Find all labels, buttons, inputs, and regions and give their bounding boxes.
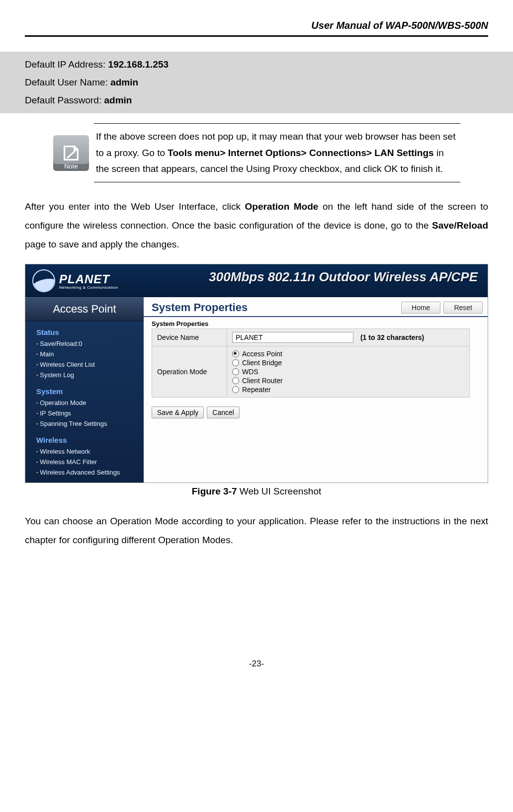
- sidebar-item-wireless-client-list[interactable]: Wireless Client List: [25, 359, 144, 370]
- device-name-hint: (1 to 32 characters): [360, 333, 424, 341]
- product-banner: 300Mbps 802.11n Outdoor Wireless AP/CPE: [209, 269, 478, 285]
- panel-title: System Properties: [152, 301, 248, 314]
- defaults-box: Default IP Address: 192.168.1.253 Defaul…: [0, 52, 513, 113]
- figure-label: Figure 3-7: [192, 486, 237, 496]
- web-ui-screenshot: PLANET Networking & Communication 300Mbp…: [25, 264, 488, 483]
- sidebar-item-ip-settings[interactable]: IP Settings: [25, 408, 144, 418]
- sidebar-group-system: System: [25, 380, 144, 398]
- system-properties-table: Device Name PLANET (1 to 32 characters) …: [152, 328, 470, 398]
- section-system-properties: System Properties: [144, 317, 488, 328]
- radio-client-bridge[interactable]: [232, 359, 239, 366]
- main-panel: System Properties Home Reset System Prop…: [144, 297, 488, 483]
- planet-logo-icon: [32, 269, 55, 292]
- sidebar-item-save-reload[interactable]: Save/Reload:0: [25, 338, 144, 349]
- sidebar-group-status: Status: [25, 321, 144, 338]
- screenshot-top-banner: PLANET Networking & Communication 300Mbp…: [25, 264, 488, 297]
- default-password-label: Default Password:: [25, 95, 104, 105]
- radio-label-repeater: Repeater: [242, 386, 271, 394]
- document-header-title: User Manual of WAP-500N/WBS-500N: [25, 20, 488, 35]
- radio-label-client-router: Client Router: [242, 377, 283, 385]
- para1-e: page to save and apply the changes.: [25, 239, 179, 249]
- sidebar: Access Point Status Save/Reload:0 Main W…: [25, 297, 144, 483]
- brand-text: PLANET: [59, 272, 118, 286]
- row-operation-mode: Operation Mode Access Point Client Bridg…: [152, 346, 470, 398]
- paragraph-2: You can choose an Operation Mode accordi…: [25, 512, 488, 550]
- default-password-value: admin: [104, 95, 132, 105]
- sidebar-item-wireless-mac-filter[interactable]: Wireless MAC Filter: [25, 457, 144, 467]
- radio-wds[interactable]: [232, 368, 239, 375]
- save-apply-button[interactable]: Save & Apply: [152, 406, 204, 418]
- para1-a: After you enter into the Web User Interf…: [25, 201, 245, 212]
- radio-access-point[interactable]: [232, 350, 239, 357]
- default-ip-value: 192.168.1.253: [108, 59, 169, 70]
- reset-button[interactable]: Reset: [443, 302, 483, 314]
- brand-logo: PLANET Networking & Communication: [25, 269, 118, 292]
- sidebar-item-wireless-network[interactable]: Wireless Network: [25, 446, 144, 457]
- device-name-label: Device Name: [152, 329, 227, 346]
- paragraph-1: After you enter into the Web User Interf…: [25, 197, 488, 254]
- sidebar-item-operation-mode[interactable]: Operation Mode: [25, 398, 144, 408]
- sidebar-item-system-log[interactable]: System Log: [25, 370, 144, 380]
- figure-caption: Figure 3-7 Web UI Screenshot: [25, 486, 488, 497]
- default-ip-label: Default IP Address:: [25, 59, 108, 70]
- row-device-name: Device Name PLANET (1 to 32 characters): [152, 329, 470, 346]
- sidebar-item-spanning-tree[interactable]: Spanning Tree Settings: [25, 418, 144, 429]
- sidebar-group-wireless: Wireless: [25, 429, 144, 446]
- sidebar-item-wireless-advanced[interactable]: Wireless Advanced Settings: [25, 467, 144, 478]
- figure-text: Web UI Screenshot: [237, 486, 322, 496]
- header-divider: [25, 35, 488, 37]
- default-username-value: admin: [110, 77, 138, 87]
- sidebar-title: Access Point: [25, 297, 144, 321]
- radio-label-client-bridge: Client Bridge: [242, 359, 282, 367]
- home-button[interactable]: Home: [401, 302, 440, 314]
- page-number: -23-: [25, 659, 488, 669]
- note-callout: Note If the above screen does not pop up…: [53, 123, 460, 182]
- para1-d: Save/Reload: [432, 220, 488, 231]
- note-icon-label: Note: [64, 162, 78, 170]
- default-username-label: Default User Name:: [25, 77, 110, 87]
- radio-label-access-point: Access Point: [242, 350, 282, 358]
- device-name-input[interactable]: PLANET: [232, 332, 353, 343]
- operation-mode-label: Operation Mode: [152, 346, 227, 398]
- note-text-bold: Tools menu> Internet Options> Connection…: [168, 148, 433, 158]
- radio-label-wds: WDS: [242, 368, 258, 376]
- sidebar-item-main[interactable]: Main: [25, 349, 144, 359]
- radio-repeater[interactable]: [232, 386, 239, 393]
- radio-client-router[interactable]: [232, 377, 239, 384]
- para1-b: Operation Mode: [245, 201, 319, 212]
- note-icon: Note: [53, 135, 89, 171]
- brand-subtext: Networking & Communication: [59, 285, 118, 290]
- cancel-button[interactable]: Cancel: [207, 406, 240, 418]
- note-text: If the above screen does not pop up, it …: [94, 124, 460, 182]
